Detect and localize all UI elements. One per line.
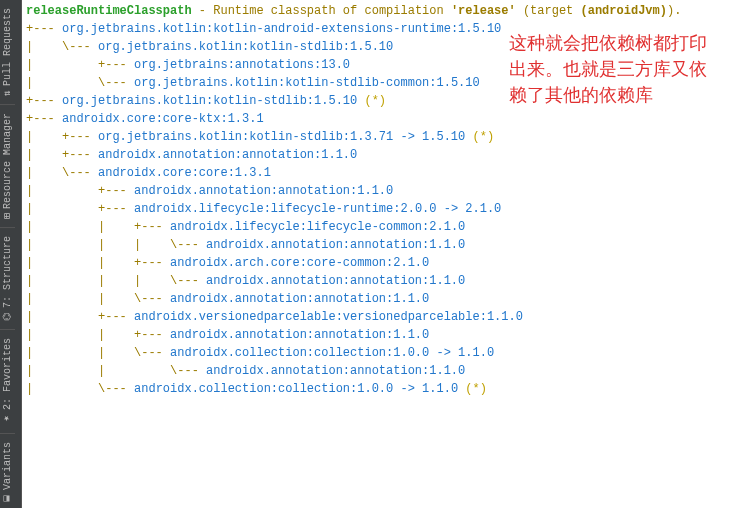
- sidebar-tab-resource-manager[interactable]: ⊞ Resource Manager: [0, 105, 15, 228]
- pull-requests-icon: ⇅: [2, 90, 13, 96]
- tree-line: | | \--- androidx.annotation:annotation:…: [26, 362, 733, 380]
- tree-line: | +--- androidx.versionedparcelable:vers…: [26, 308, 733, 326]
- console-output: releaseRuntimeClasspath - Runtime classp…: [22, 0, 737, 508]
- resource-manager-icon: ⊞: [2, 213, 13, 219]
- sidebar-tab-label: Pull Requests: [2, 8, 13, 86]
- tree-line: | \--- androidx.collection:collection:1.…: [26, 380, 733, 398]
- tree-line: +--- androidx.core:core-ktx:1.3.1: [26, 110, 733, 128]
- classpath-header: releaseRuntimeClasspath - Runtime classp…: [26, 2, 733, 20]
- tree-line: | | +--- androidx.annotation:annotation:…: [26, 326, 733, 344]
- sidebar-tab-variants[interactable]: ◧ Variants: [0, 434, 15, 508]
- tree-line: | | +--- androidx.lifecycle:lifecycle-co…: [26, 218, 733, 236]
- sidebar-tab-label: 7: Structure: [2, 236, 13, 308]
- tree-line: | +--- org.jetbrains.kotlin:kotlin-stdli…: [26, 128, 733, 146]
- sidebar-tab-label: Variants: [2, 442, 13, 490]
- tree-line: | \--- androidx.core:core:1.3.1: [26, 164, 733, 182]
- red-annotation: 这种就会把依赖树都打印出来。也就是三方库又依赖了其他的依赖库: [509, 30, 719, 108]
- sidebar-tab-favorites[interactable]: ★ 2: Favorites: [0, 330, 15, 434]
- sidebar-tab-label: Resource Manager: [2, 113, 13, 209]
- sidebar-tab-label: 2: Favorites: [2, 338, 13, 410]
- sidebar-tab-structure[interactable]: ⌬ 7: Structure: [0, 228, 15, 330]
- tree-line: | +--- androidx.annotation:annotation:1.…: [26, 146, 733, 164]
- tree-line: | | \--- androidx.annotation:annotation:…: [26, 290, 733, 308]
- structure-icon: ⌬: [2, 312, 13, 321]
- tree-line: | | +--- androidx.arch.core:core-common:…: [26, 254, 733, 272]
- left-tool-sidebar: ⇅ Pull Requests ⊞ Resource Manager ⌬ 7: …: [0, 0, 22, 508]
- tree-line: | | | \--- androidx.annotation:annotatio…: [26, 236, 733, 254]
- tree-line: | +--- androidx.lifecycle:lifecycle-runt…: [26, 200, 733, 218]
- classpath-name: releaseRuntimeClasspath: [26, 4, 192, 18]
- variants-icon: ◧: [2, 494, 13, 505]
- favorites-icon: ★: [2, 414, 13, 425]
- tree-line: | | \--- androidx.collection:collection:…: [26, 344, 733, 362]
- sidebar-tab-pull-requests[interactable]: ⇅ Pull Requests: [0, 0, 15, 105]
- tree-line: | | | \--- androidx.annotation:annotatio…: [26, 272, 733, 290]
- tree-line: | +--- androidx.annotation:annotation:1.…: [26, 182, 733, 200]
